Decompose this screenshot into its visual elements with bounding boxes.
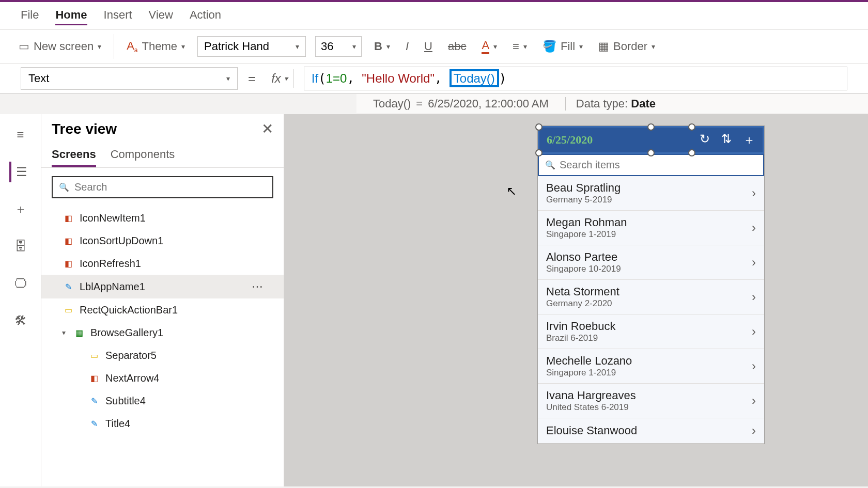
rail-data-button[interactable]: 🗄: [10, 236, 31, 257]
chevron-down-icon: ▾: [296, 42, 299, 51]
tree-item[interactable]: ◧IconNewItem1: [41, 207, 284, 229]
more-options-button[interactable]: ⋯: [252, 280, 263, 293]
border-button[interactable]: ▦ Border ▾: [595, 38, 658, 55]
rail-hamburger-button[interactable]: ≡: [10, 124, 31, 145]
strike-button[interactable]: abc: [445, 38, 469, 55]
chevron-right-icon[interactable]: ›: [752, 359, 756, 373]
preview-header[interactable]: 6/25/2020 ↻ ⇅ ＋: [538, 126, 764, 154]
tree-item[interactable]: ◧NextArrow4: [41, 367, 284, 389]
sort-icon[interactable]: ⇅: [721, 132, 732, 148]
align-button[interactable]: ≡▾: [509, 38, 530, 55]
align-icon: ≡: [513, 40, 519, 53]
selection-handle[interactable]: [535, 123, 542, 131]
chevron-right-icon[interactable]: ›: [752, 324, 756, 339]
menu-view[interactable]: View: [149, 6, 173, 25]
underline-button[interactable]: U: [421, 38, 436, 55]
control-icon: ◧: [62, 212, 74, 224]
tree-item-gallery[interactable]: ▾▦BrowseGallery1: [41, 321, 284, 344]
border-icon: ▦: [598, 40, 609, 53]
new-screen-button[interactable]: ▭ New screen ▾: [16, 38, 104, 55]
property-selector[interactable]: Text ▾: [21, 67, 238, 90]
tree-item[interactable]: ◧IconRefresh1: [41, 252, 284, 275]
preview-gallery: Beau SpratlingGermany 5-2019› Megan Rohm…: [538, 176, 764, 444]
search-icon: 🔍: [545, 160, 555, 170]
fill-button[interactable]: 🪣 Fill ▾: [539, 38, 586, 55]
menu-file[interactable]: File: [21, 6, 39, 25]
tab-components[interactable]: Components: [111, 144, 175, 167]
database-icon: 🗄: [14, 239, 27, 254]
chevron-right-icon[interactable]: ›: [752, 221, 756, 235]
design-canvas[interactable]: ↖ 6/25/2020 ↻ ⇅ ＋ 🔍 Bea: [284, 114, 868, 486]
fx-button[interactable]: fx▾: [266, 69, 293, 88]
font-color-button[interactable]: A▾: [478, 37, 500, 56]
layers-icon: ☰: [16, 165, 27, 179]
tree-item-selected[interactable]: ✎LblAppName1⋯: [41, 275, 284, 298]
chevron-right-icon[interactable]: ›: [752, 423, 756, 438]
list-item[interactable]: Neta StormentGermany 2-2020›: [538, 280, 764, 314]
add-icon[interactable]: ＋: [743, 132, 755, 148]
bold-button[interactable]: B▾: [371, 38, 393, 55]
tree-list: ◧IconNewItem1 ◧IconSortUpDown1 ◧IconRefr…: [41, 207, 284, 486]
chevron-down-icon[interactable]: ▾: [62, 328, 66, 337]
list-item[interactable]: Alonso ParteeSingapore 10-2019›: [538, 245, 764, 280]
italic-icon: I: [406, 40, 409, 53]
chevron-right-icon[interactable]: ›: [752, 186, 756, 200]
tree-view-panel: Tree view ✕ Screens Components 🔍 ◧IconNe…: [41, 114, 284, 486]
menu-action[interactable]: Action: [190, 6, 221, 25]
selection-handle[interactable]: [647, 149, 655, 156]
chevron-right-icon[interactable]: ›: [752, 255, 756, 270]
preview-search-input[interactable]: [560, 159, 757, 171]
tree-item[interactable]: ▭Separator5: [41, 344, 284, 367]
tools-icon: 🛠: [14, 313, 27, 328]
list-item[interactable]: Beau SpratlingGermany 5-2019›: [538, 176, 764, 211]
tree-item[interactable]: ✎Title4: [41, 412, 284, 435]
rail-tools-button[interactable]: 🛠: [10, 310, 31, 331]
rail-media-button[interactable]: 🖵: [10, 273, 31, 294]
media-icon: 🖵: [14, 276, 27, 291]
app-title-label: 6/25/2020: [547, 133, 593, 147]
refresh-icon[interactable]: ↻: [700, 132, 710, 148]
rail-insert-button[interactable]: ＋: [10, 199, 31, 219]
list-item[interactable]: Megan RohmanSingapore 1-2019›: [538, 211, 764, 245]
control-icon: ◧: [62, 257, 74, 270]
font-size-selector[interactable]: 36 ▾: [315, 36, 362, 57]
workspace: ≡ ☰ ＋ 🗄 🖵 🛠 Tree view ✕ Screens Componen…: [0, 114, 868, 486]
chevron-right-icon[interactable]: ›: [752, 290, 756, 304]
bold-icon: B: [374, 40, 382, 53]
list-item[interactable]: Ivana HargreavesUnited States 6-2019›: [538, 384, 764, 418]
tree-search-input[interactable]: [74, 181, 266, 193]
selection-handle[interactable]: [688, 123, 695, 131]
main-menu: File Home Insert View Action: [0, 2, 868, 30]
list-item[interactable]: Irvin RoebuckBrazil 6-2019›: [538, 314, 764, 349]
screen-icon: ▭: [19, 40, 29, 53]
underline-icon: U: [424, 40, 432, 53]
formula-result-bar: Today()=6/25/2020, 12:00:00 AM Data type…: [357, 94, 868, 114]
formula-data-type: Data type: Date: [566, 97, 666, 111]
close-tree-button[interactable]: ✕: [261, 120, 273, 137]
menu-home[interactable]: Home: [55, 6, 87, 25]
font-selector[interactable]: Patrick Hand ▾: [197, 36, 306, 57]
preview-search-box[interactable]: 🔍: [538, 154, 764, 176]
italic-button[interactable]: I: [402, 38, 412, 55]
theme-button[interactable]: Aa Theme ▾: [123, 37, 188, 56]
tree-item[interactable]: ▭RectQuickActionBar1: [41, 298, 284, 321]
menu-insert[interactable]: Insert: [104, 6, 132, 25]
list-item[interactable]: Elouise Stanwood›: [538, 418, 764, 444]
tree-item[interactable]: ✎Subtitle4: [41, 389, 284, 412]
rail-tree-button[interactable]: ☰: [9, 162, 30, 182]
list-item[interactable]: Mechelle LozanoSingapore 1-2019›: [538, 349, 764, 384]
cursor-icon: ↖: [506, 184, 517, 198]
tab-screens[interactable]: Screens: [52, 144, 96, 167]
tree-search-box[interactable]: 🔍: [52, 176, 273, 198]
formula-bar: Text ▾ = fx▾ If(1=0, "Hello World", Toda…: [0, 64, 868, 94]
selection-handle[interactable]: [647, 123, 655, 131]
tree-item[interactable]: ◧IconSortUpDown1: [41, 229, 284, 252]
formula-input[interactable]: If(1=0, "Hello World", Today()): [304, 67, 847, 90]
label-icon: ✎: [88, 417, 100, 430]
app-preview: 6/25/2020 ↻ ⇅ ＋ 🔍 Beau SpratlingGermany …: [537, 125, 765, 444]
fill-icon: 🪣: [542, 40, 556, 53]
theme-icon: Aa: [127, 39, 137, 54]
selection-handle[interactable]: [688, 149, 695, 156]
chevron-right-icon[interactable]: ›: [752, 393, 756, 408]
selection-handle[interactable]: [535, 149, 542, 156]
